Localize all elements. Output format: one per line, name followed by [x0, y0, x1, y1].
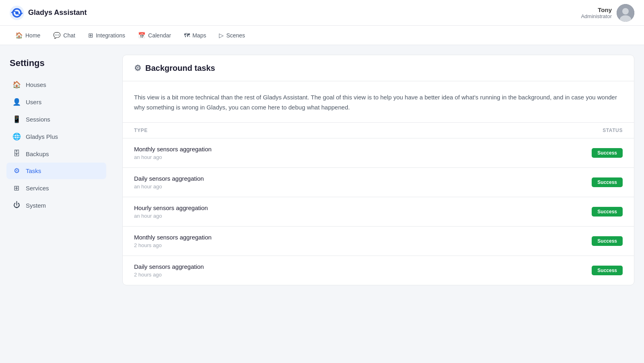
- nav-item-integrations[interactable]: ⊞ Integrations: [83, 29, 131, 42]
- sidebar-backups-label: Backups: [26, 151, 49, 157]
- table-header: TYPE STATUS: [123, 123, 634, 138]
- background-tasks-card: ⚙ Background tasks This view is a bit mo…: [122, 55, 634, 285]
- sessions-icon: 📱: [12, 115, 21, 124]
- status-badge: Success: [592, 236, 623, 246]
- calendar-icon: 📅: [138, 32, 146, 39]
- nav-item-chat[interactable]: 💬 Chat: [47, 29, 81, 42]
- card-header-icon: ⚙: [134, 63, 141, 73]
- app-logo[interactable]: Gladys Assistant: [10, 6, 87, 20]
- nav-chat-label: Chat: [63, 32, 75, 39]
- sidebar-item-users[interactable]: 👤 Users: [6, 94, 106, 110]
- page-title: Background tasks: [145, 64, 215, 73]
- sidebar-gladys-plus-label: Gladys Plus: [26, 133, 58, 140]
- sidebar-item-services[interactable]: ⊞ Services: [6, 180, 106, 196]
- sidebar-item-houses[interactable]: 🏠 Houses: [6, 76, 106, 93]
- sidebar-item-sessions[interactable]: 📱 Sessions: [6, 111, 106, 128]
- sidebar-tasks-label: Tasks: [26, 167, 41, 174]
- settings-title: Settings: [6, 58, 106, 68]
- task-name: Monthly sensors aggregation: [134, 146, 212, 153]
- sidebar-system-label: System: [26, 202, 46, 209]
- user-info: Tony Administrator: [581, 6, 612, 19]
- nav-integrations-label: Integrations: [96, 32, 125, 39]
- table-row: Daily sensors aggregation 2 hours ago Su…: [123, 256, 634, 285]
- sidebar-item-tasks[interactable]: ⚙ Tasks: [6, 163, 106, 179]
- card-header: ⚙ Background tasks: [123, 55, 634, 81]
- table-row: Monthly sensors aggregation an hour ago …: [123, 138, 634, 168]
- sidebar-sessions-label: Sessions: [26, 116, 50, 123]
- page-description: This view is a bit more technical than t…: [123, 81, 634, 123]
- task-name: Hourly sensors aggregation: [134, 204, 208, 211]
- status-badge: Success: [592, 177, 623, 187]
- user-profile[interactable]: Tony Administrator: [581, 4, 634, 22]
- services-icon: ⊞: [12, 184, 21, 192]
- sidebar-item-gladys-plus[interactable]: 🌐 Gladys Plus: [6, 128, 106, 145]
- scenes-icon: ▷: [219, 32, 224, 39]
- svg-point-4: [622, 8, 629, 14]
- avatar-image: [617, 4, 634, 22]
- sidebar: Settings 🏠 Houses 👤 Users 📱 Sessions 🌐 G…: [0, 45, 113, 363]
- task-name: Monthly sensors aggregation: [134, 234, 212, 241]
- task-time: an hour ago: [134, 154, 212, 160]
- task-name: Daily sensors aggregation: [134, 263, 204, 270]
- task-info: Daily sensors aggregation 2 hours ago: [134, 263, 204, 278]
- system-icon: ⏻: [12, 201, 21, 209]
- sidebar-item-backups[interactable]: 🗄 Backups: [6, 146, 106, 162]
- task-time: 2 hours ago: [134, 272, 204, 278]
- nav-item-calendar[interactable]: 📅 Calendar: [132, 29, 177, 42]
- sidebar-item-system[interactable]: ⏻ System: [6, 197, 106, 213]
- main-content: ⚙ Background tasks This view is a bit mo…: [113, 45, 644, 363]
- nav-item-scenes[interactable]: ▷ Scenes: [213, 29, 251, 42]
- users-icon: 👤: [12, 98, 21, 106]
- sidebar-services-label: Services: [26, 185, 49, 192]
- sidebar-users-label: Users: [26, 99, 41, 105]
- nav-maps-label: Maps: [192, 32, 206, 39]
- table-row: Monthly sensors aggregation 2 hours ago …: [123, 227, 634, 256]
- table-row: Daily sensors aggregation an hour ago Su…: [123, 168, 634, 197]
- houses-icon: 🏠: [12, 80, 21, 89]
- status-badge: Success: [592, 266, 623, 275]
- backups-icon: 🗄: [12, 150, 21, 158]
- status-badge: Success: [592, 148, 623, 158]
- task-info: Daily sensors aggregation an hour ago: [134, 175, 204, 190]
- home-icon: 🏠: [15, 32, 23, 39]
- avatar: [617, 4, 634, 22]
- task-time: an hour ago: [134, 184, 204, 190]
- status-badge: Success: [592, 207, 623, 217]
- main-nav: 🏠 Home 💬 Chat ⊞ Integrations 📅 Calendar …: [0, 26, 644, 45]
- task-time: 2 hours ago: [134, 242, 212, 248]
- task-time: an hour ago: [134, 213, 208, 219]
- col-status: STATUS: [603, 128, 623, 133]
- table-row: Hourly sensors aggregation an hour ago S…: [123, 197, 634, 227]
- integrations-icon: ⊞: [88, 32, 93, 39]
- task-info: Hourly sensors aggregation an hour ago: [134, 204, 208, 219]
- task-name: Daily sensors aggregation: [134, 175, 204, 182]
- user-role: Administrator: [581, 13, 612, 19]
- task-info: Monthly sensors aggregation an hour ago: [134, 146, 212, 160]
- col-type: TYPE: [134, 128, 148, 133]
- nav-home-label: Home: [25, 32, 40, 39]
- app-logo-icon: [10, 6, 24, 20]
- nav-scenes-label: Scenes: [226, 32, 245, 39]
- page-layout: Settings 🏠 Houses 👤 Users 📱 Sessions 🌐 G…: [0, 45, 644, 363]
- nav-calendar-label: Calendar: [148, 32, 171, 39]
- task-info: Monthly sensors aggregation 2 hours ago: [134, 234, 212, 248]
- sidebar-houses-label: Houses: [26, 81, 46, 88]
- chat-icon: 💬: [53, 32, 61, 39]
- header: Gladys Assistant Tony Administrator: [0, 0, 644, 26]
- user-name: Tony: [581, 6, 612, 13]
- maps-icon: 🗺: [184, 32, 190, 39]
- gladys-plus-icon: 🌐: [12, 132, 21, 141]
- app-name: Gladys Assistant: [28, 8, 87, 17]
- nav-item-maps[interactable]: 🗺 Maps: [178, 29, 212, 42]
- nav-item-home[interactable]: 🏠 Home: [10, 29, 46, 42]
- tasks-icon: ⚙: [12, 167, 21, 175]
